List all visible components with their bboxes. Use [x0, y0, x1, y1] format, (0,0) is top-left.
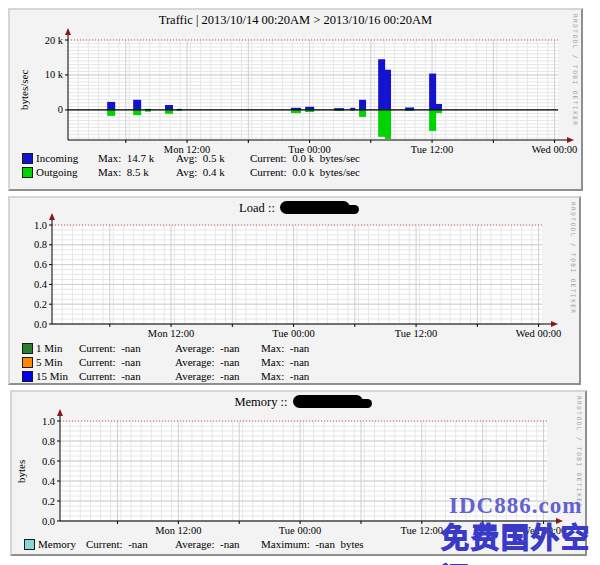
incoming-swatch — [22, 153, 33, 164]
outgoing-max: Max: 8.5 k — [98, 166, 176, 178]
y-axis-arrow — [65, 28, 71, 35]
traffic-legend: Incoming Max: 14.7 k Avg: 0.5 k Current:… — [22, 151, 573, 179]
y-tick-label: 10 k — [45, 69, 64, 80]
y-tick-label: 1.0 — [42, 416, 55, 427]
1min-average: Average: -nan — [175, 342, 261, 354]
y-axis-arrow — [49, 213, 55, 220]
outgoing-current: Current: 0.0 k bytes/sec — [250, 166, 573, 178]
memory-average: Average: -nan — [175, 538, 261, 550]
1min-current: Current: -nan — [79, 342, 175, 354]
legend-row-incoming: Incoming Max: 14.7 k Avg: 0.5 k Current:… — [22, 151, 573, 165]
x-tick-label: Wed 00:00 — [516, 328, 562, 339]
5min-current: Current: -nan — [79, 356, 175, 368]
y-tick-label: 0.4 — [34, 279, 48, 290]
y-tick-label: 0.8 — [42, 436, 55, 447]
15min-current: Current: -nan — [79, 370, 175, 382]
incoming-label: Incoming — [36, 152, 98, 164]
15min-swatch — [22, 371, 33, 382]
y-tick-label: 0.8 — [34, 239, 47, 250]
legend-row-1min: 1 Min Current: -nan Average: -nan Max: -… — [22, 341, 571, 355]
memory-swatch — [24, 539, 35, 550]
y-tick-label: 0 — [58, 104, 63, 115]
load-graph-panel: Load :: RRDTOOL / TOBI OETIKER 0.00.20.4… — [8, 196, 581, 385]
x-tick-label: Tue 12:00 — [395, 328, 438, 339]
legend-row-15min: 15 Min Current: -nan Average: -nan Max: … — [22, 369, 571, 383]
1min-label: 1 Min — [36, 342, 79, 354]
x-tick-label: Tue 00:00 — [272, 328, 315, 339]
memory-current: Current: -nan — [86, 538, 175, 550]
x-tick-label: Mon 12:00 — [155, 525, 201, 536]
load-legend: 1 Min Current: -nan Average: -nan Max: -… — [22, 341, 571, 383]
outgoing-swatch — [22, 167, 33, 178]
x-tick-label: Tue 00:00 — [279, 525, 322, 536]
x-axis-arrow — [551, 321, 558, 327]
5min-max: Max: -nan — [261, 356, 571, 368]
x-tick-label: Mon 12:00 — [148, 328, 194, 339]
x-axis-arrow — [567, 137, 574, 143]
y-tick-label: 0.0 — [42, 516, 55, 527]
1min-swatch — [22, 343, 33, 354]
incoming-current: Current: 0.0 k bytes/sec — [250, 152, 573, 164]
15min-label: 15 Min — [36, 370, 79, 382]
y-tick-label: 20 k — [45, 35, 64, 46]
outgoing-label: Outgoing — [36, 166, 98, 178]
legend-row-5min: 5 Min Current: -nan Average: -nan Max: -… — [22, 355, 571, 369]
1min-max: Max: -nan — [261, 342, 571, 354]
y-tick-label: 0.6 — [42, 456, 55, 467]
15min-average: Average: -nan — [175, 370, 261, 382]
y-tick-label: 0.2 — [42, 496, 55, 507]
y-tick-label: 0.6 — [34, 259, 47, 270]
monitoring-page: Traffic | 2013/10/14 00:20AM > 2013/10/1… — [0, 0, 600, 565]
5min-swatch — [22, 357, 33, 368]
y-tick-label: 1.0 — [34, 220, 47, 231]
memory-label: Memory — [38, 538, 86, 550]
5min-average: Average: -nan — [175, 356, 261, 368]
y-tick-label: 0.4 — [42, 476, 56, 487]
traffic-graph-panel: Traffic | 2013/10/14 00:20AM > 2013/10/1… — [8, 8, 583, 191]
incoming-avg: Avg: 0.5 k — [176, 152, 250, 164]
legend-row-outgoing: Outgoing Max: 8.5 k Avg: 0.4 k Current: … — [22, 165, 573, 179]
y-tick-label: 0.2 — [34, 299, 47, 310]
chinese-watermark: 免费国外空间 — [441, 516, 600, 565]
15min-max: Max: -nan — [261, 370, 571, 382]
incoming-max: Max: 14.7 k — [98, 152, 176, 164]
y-axis-arrow — [57, 409, 63, 416]
5min-label: 5 Min — [36, 356, 79, 368]
grid-minor — [52, 225, 542, 324]
x-tick-label: Tue 12:00 — [401, 525, 444, 536]
y-tick-label: 0.0 — [34, 319, 47, 330]
outgoing-avg: Avg: 0.4 k — [176, 166, 250, 178]
